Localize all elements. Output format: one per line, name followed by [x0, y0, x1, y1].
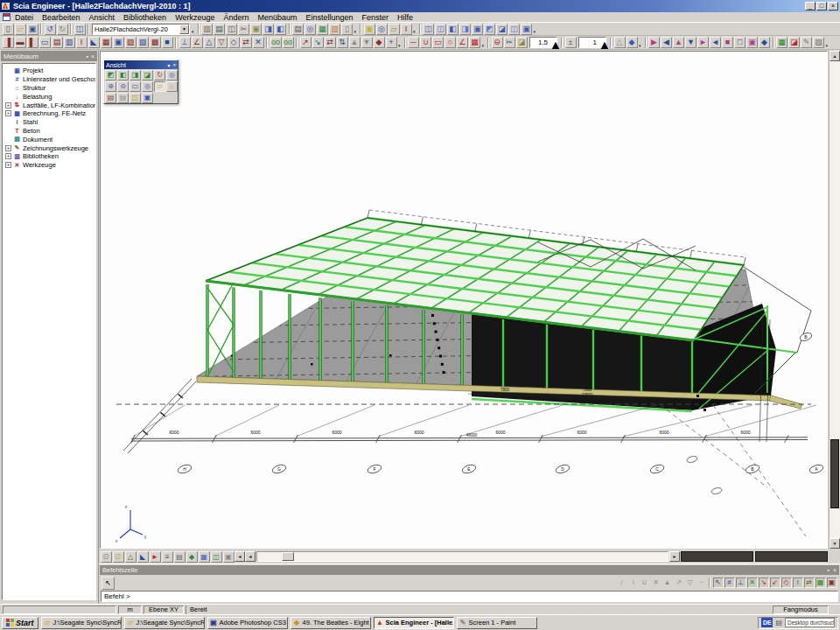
status-unit[interactable]: m: [118, 606, 142, 614]
menu--ndern[interactable]: Ändern: [219, 13, 253, 22]
hinge-icon[interactable]: ◀: [661, 37, 672, 48]
copy-icon[interactable]: ▣: [250, 24, 262, 35]
snap-x-icon[interactable]: ✕: [651, 578, 662, 588]
clipboard-icon[interactable]: ▱: [388, 24, 400, 35]
tile-5-icon[interactable]: ▣: [472, 24, 483, 35]
menu-einstellungen[interactable]: Einstellungen: [302, 13, 358, 22]
scroll-segment-left[interactable]: [681, 551, 753, 562]
move-icon[interactable]: ↗: [300, 37, 312, 48]
toolbar-more-icon[interactable]: ▾: [192, 29, 194, 34]
menu-bearbeiten[interactable]: Bearbeiten: [38, 13, 85, 22]
expand-icon[interactable]: +: [5, 153, 11, 159]
tile-3-icon[interactable]: ◧: [447, 24, 458, 35]
grid-snap-icon[interactable]: #: [724, 578, 735, 588]
snap-dir-icon[interactable]: ↗: [674, 578, 684, 588]
doc-add-icon[interactable]: ▥: [329, 24, 340, 35]
circle-icon[interactable]: ○: [444, 37, 456, 48]
model-3d-view[interactable]: 6000600060006000600060006000600048000HGF…: [101, 52, 828, 549]
save-icon[interactable]: ▣: [27, 24, 38, 35]
view-mini-icon[interactable]: ◫: [211, 551, 222, 563]
menubaum-panel-titlebar[interactable]: Menübaum ▪ ×: [1, 51, 97, 61]
extra-mini-icon[interactable]: ▣: [223, 551, 234, 563]
language-badge[interactable]: DE: [761, 618, 773, 627]
taskbar-task-3[interactable]: ◆49. The Beatles - Eight D...: [290, 617, 371, 629]
command-input[interactable]: Befehl >: [101, 591, 838, 602]
doc-blank-icon[interactable]: ▯: [341, 24, 353, 35]
wall-icon[interactable]: ▥: [64, 37, 75, 48]
clip-yellow-icon[interactable]: ∅: [113, 551, 124, 563]
menu-datei[interactable]: Datei: [10, 13, 38, 22]
intersect-snap-icon[interactable]: ✕: [747, 578, 758, 588]
horizontal-scroll-thumb[interactable]: [282, 552, 294, 561]
scroll-right-icon[interactable]: ►: [669, 551, 680, 562]
close-icon[interactable]: ×: [91, 53, 94, 60]
close-button[interactable]: ×: [828, 2, 838, 10]
load-line-icon[interactable]: ▼: [685, 37, 696, 48]
tree-item-linienraster-und-geschosse[interactable]: #Linienraster und Geschosse: [4, 75, 95, 84]
tri-up-icon[interactable]: △: [204, 37, 215, 48]
diamond-icon[interactable]: ◇: [228, 37, 240, 48]
plate-icon[interactable]: ▤: [52, 37, 63, 48]
snap-arc-icon[interactable]: ∪: [640, 578, 650, 588]
view-rotate-icon[interactable]: ↻: [154, 70, 165, 80]
snap-tri2-icon[interactable]: ▽: [685, 578, 696, 588]
tile-9-icon[interactable]: ▣: [521, 24, 532, 35]
expand-icon[interactable]: +: [5, 110, 11, 116]
array-up-icon[interactable]: ▲: [349, 37, 360, 48]
load-temp-icon[interactable]: ◄: [710, 37, 721, 48]
flag-icon[interactable]: ►: [150, 551, 161, 563]
support-icon[interactable]: ▶: [648, 37, 660, 48]
start-button[interactable]: Start: [2, 617, 38, 629]
window-view-icon[interactable]: ▣: [142, 93, 153, 103]
doc-view-icon[interactable]: ◫: [130, 93, 141, 103]
camera-icon[interactable]: ▤: [105, 93, 116, 103]
stretch-icon[interactable]: ⇅: [337, 37, 348, 48]
menu-men-baum[interactable]: Menübaum: [254, 13, 302, 22]
view-side-icon[interactable]: ◨: [130, 70, 141, 80]
imperfection-icon[interactable]: □: [734, 37, 746, 48]
tree-item-dokument[interactable]: ▤Dokument: [4, 135, 95, 144]
mass-icon[interactable]: ■: [722, 37, 733, 48]
pin-icon[interactable]: ▪: [827, 567, 829, 573]
cursor-snap-icon[interactable]: ↖: [713, 578, 724, 588]
cable-icon[interactable]: ◆: [759, 37, 770, 48]
tree-item-werkzeuge[interactable]: +✕Werkzeuge: [4, 161, 95, 170]
scale-factor-spinner[interactable]: 1.5▲▼: [529, 37, 557, 48]
scale-tool-icon[interactable]: ±: [565, 37, 577, 48]
tree-item-bibliotheken[interactable]: +▥Bibliotheken: [4, 152, 95, 161]
line-icon[interactable]: ─: [408, 37, 419, 48]
table-icon[interactable]: ▦: [776, 37, 788, 48]
toolbar-more-icon[interactable]: ▾: [354, 29, 357, 34]
rect-icon[interactable]: ▭: [432, 37, 444, 48]
tile-8-icon[interactable]: ◫: [508, 24, 520, 35]
toolbar-more-icon[interactable]: ▾: [534, 29, 536, 34]
scroll-up-icon[interactable]: ▲: [830, 51, 840, 61]
mirror-icon[interactable]: ⇄: [325, 37, 336, 48]
snap-line2-icon[interactable]: \: [628, 578, 639, 588]
annotate-icon[interactable]: ✎: [801, 37, 812, 48]
column-icon[interactable]: ▐: [3, 37, 14, 48]
clip-gray-icon[interactable]: ∅: [101, 551, 112, 563]
spin-up-icon[interactable]: ▲: [549, 38, 556, 50]
taskbar-task-5[interactable]: ✎Screen 1 - Paint: [457, 617, 537, 629]
node-icon[interactable]: ■: [162, 37, 173, 48]
copy-move-icon[interactable]: ↘: [312, 37, 324, 48]
slab-icon[interactable]: ▧: [125, 37, 136, 48]
load-surface-icon[interactable]: ►: [697, 37, 709, 48]
tri-down-icon[interactable]: ▽: [216, 37, 228, 48]
taskbar-task-0[interactable]: ▱J:\Seagate Sync\SyncRe...: [41, 617, 122, 629]
section-icon[interactable]: ⊥: [179, 37, 191, 48]
member-icon[interactable]: ▩: [150, 37, 161, 48]
minimize-button[interactable]: _: [805, 2, 816, 10]
shell-icon[interactable]: ▨: [137, 37, 149, 48]
chart-icon[interactable]: ◪: [788, 37, 800, 48]
menu-ansicht[interactable]: Ansicht: [85, 13, 120, 22]
ruler-icon[interactable]: △: [125, 551, 136, 563]
status-plane[interactable]: Ebene XY: [144, 606, 184, 614]
zoom-out-icon[interactable]: ⊖: [117, 81, 129, 92]
ortho-snap-icon[interactable]: ↕: [793, 578, 803, 588]
vertical-scroll-thumb[interactable]: [830, 439, 839, 509]
menu-fenster[interactable]: Fenster: [358, 13, 394, 22]
tree-item-belastung[interactable]: ↓Belastung: [4, 92, 95, 101]
horizontal-scrollbar[interactable]: [256, 551, 668, 562]
